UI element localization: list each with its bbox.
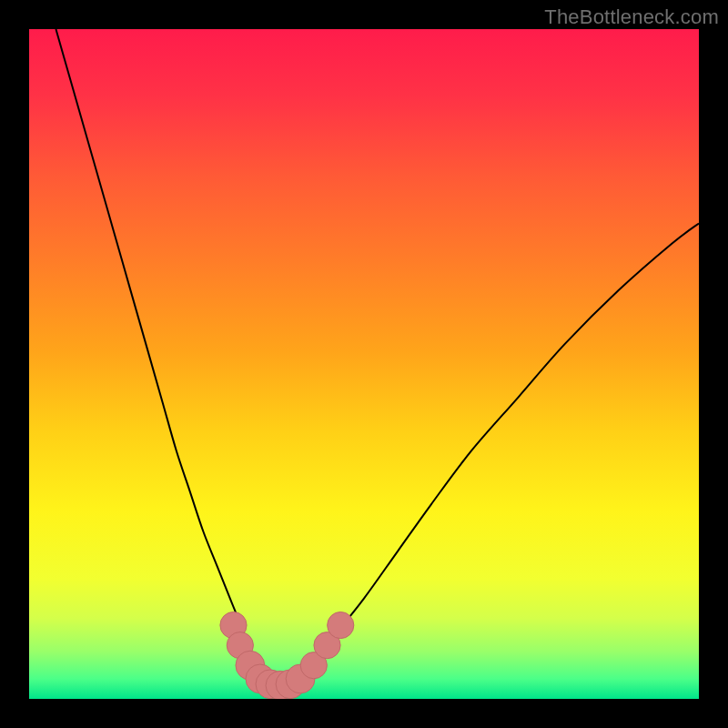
chart-container: TheBottleneck.com — [0, 0, 728, 728]
plot-area — [29, 29, 699, 699]
chart-svg — [29, 29, 699, 699]
marker-point — [328, 612, 354, 638]
watermark-text: TheBottleneck.com — [544, 5, 719, 29]
